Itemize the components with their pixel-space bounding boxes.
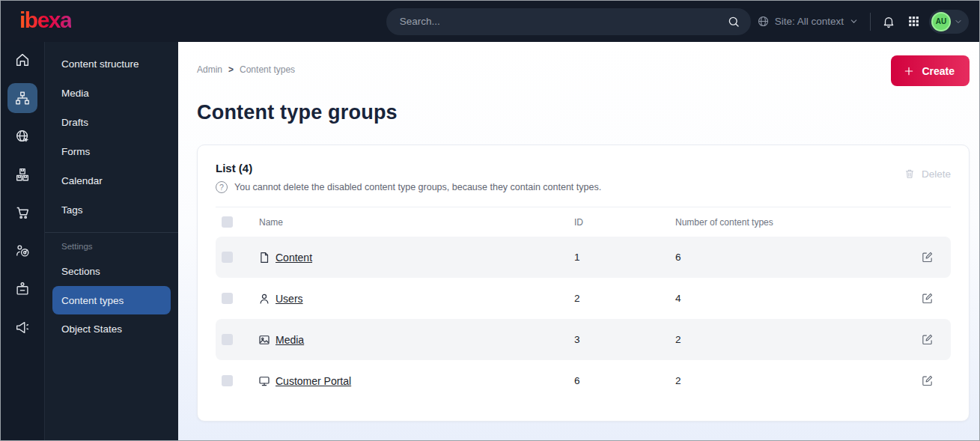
sidebar-item-media[interactable]: Media	[45, 79, 178, 108]
global-search[interactable]	[386, 8, 751, 35]
list-head-left: List (4) ? You cannot delete the disable…	[216, 162, 601, 193]
marketing-target-icon[interactable]	[14, 243, 31, 259]
group-id: 1	[574, 252, 675, 263]
group-name-link[interactable]: Users	[276, 293, 574, 305]
edit-icon[interactable]	[921, 374, 951, 387]
page-title: Content type groups	[197, 101, 970, 124]
globe-icon	[757, 15, 770, 28]
table-row: Content 1 6	[216, 237, 951, 278]
select-all-checkbox[interactable]	[222, 216, 233, 228]
group-id: 6	[574, 375, 675, 386]
table-row: Customer Portal 6 2	[216, 360, 951, 401]
breadcrumb-admin[interactable]: Admin	[197, 64, 222, 75]
group-count: 2	[675, 334, 921, 345]
search-icon[interactable]	[727, 15, 740, 28]
list-card: List (4) ? You cannot delete the disable…	[197, 145, 970, 422]
site-context-label: Site: All context	[775, 16, 844, 27]
sidebar-item-sections[interactable]: Sections	[45, 257, 178, 286]
sidebar-item-tags[interactable]: Tags	[45, 195, 178, 225]
edit-icon[interactable]	[921, 251, 951, 264]
edit-icon[interactable]	[921, 333, 951, 346]
list-card-header: List (4) ? You cannot delete the disable…	[216, 162, 951, 193]
content-type-groups-table: Name ID Number of content types Content …	[216, 207, 951, 401]
create-button[interactable]: Create	[891, 55, 970, 86]
search-input[interactable]	[400, 16, 727, 27]
row-checkbox[interactable]	[222, 375, 233, 386]
group-name-link[interactable]: Content	[276, 252, 574, 264]
plus-icon	[903, 65, 915, 77]
ibexa-logo[interactable]: ibexa	[19, 9, 71, 34]
personalization-badge-icon[interactable]	[14, 281, 31, 297]
column-header-id: ID	[574, 217, 675, 228]
delete-button[interactable]: Delete	[904, 168, 951, 180]
commerce-cart-icon[interactable]	[14, 204, 31, 221]
app-window: ibexa Site: All context	[0, 0, 980, 441]
chevron-down-icon	[849, 16, 859, 26]
group-id: 2	[574, 293, 675, 304]
list-help: ? You cannot delete the disabled content…	[216, 181, 601, 193]
site-globe-icon[interactable]	[14, 128, 31, 145]
group-count: 4	[675, 293, 921, 304]
topbar-right-cluster: Site: All context AU	[757, 10, 969, 34]
table-header-row: Name ID Number of content types	[216, 207, 951, 237]
trash-icon	[904, 168, 916, 180]
row-checkbox[interactable]	[222, 252, 233, 263]
breadcrumb: Admin > Content types	[197, 64, 295, 75]
list-help-text: You cannot delete the disabled content t…	[234, 182, 601, 192]
menu-divider	[45, 232, 178, 233]
notifications-bell-icon[interactable]	[882, 15, 895, 28]
settings-section-label: Settings	[45, 242, 178, 251]
home-icon[interactable]	[14, 52, 31, 68]
side-menu: Content structure Media Drafts Forms Cal…	[44, 42, 178, 440]
site-context-selector[interactable]: Site: All context	[757, 15, 859, 28]
content-structure-icon[interactable]	[7, 83, 37, 113]
main-content: Admin > Content types Create Content typ…	[178, 42, 979, 440]
table-row: Media 3 2	[216, 319, 951, 360]
group-id: 3	[574, 334, 675, 345]
monitor-icon	[246, 374, 276, 388]
sidebar-item-content-types[interactable]: Content types	[52, 286, 171, 314]
topbar-divider	[870, 13, 871, 31]
icon-rail	[1, 42, 44, 440]
app-switcher-grid-icon[interactable]	[907, 15, 920, 28]
group-count: 6	[675, 252, 921, 263]
app-body: Content structure Media Drafts Forms Cal…	[1, 42, 979, 440]
sidebar-item-content-structure[interactable]: Content structure	[45, 49, 178, 79]
user-icon	[246, 292, 276, 305]
chevron-down-icon	[954, 17, 963, 26]
group-count: 2	[675, 375, 921, 386]
image-icon	[246, 333, 276, 347]
row-checkbox[interactable]	[222, 293, 233, 304]
user-menu[interactable]: AU	[929, 10, 969, 34]
sidebar-item-calendar[interactable]: Calendar	[45, 166, 178, 195]
group-name-link[interactable]: Media	[276, 334, 574, 346]
column-header-name: Name	[246, 217, 574, 228]
sidebar-item-forms[interactable]: Forms	[45, 137, 178, 166]
topbar: ibexa Site: All context	[1, 1, 979, 42]
delete-button-label: Delete	[922, 168, 951, 180]
products-boxes-icon[interactable]	[14, 166, 31, 183]
campaign-megaphone-icon[interactable]	[14, 319, 31, 335]
breadcrumb-separator: >	[228, 64, 234, 75]
sidebar-item-drafts[interactable]: Drafts	[45, 108, 178, 137]
create-button-label: Create	[922, 65, 955, 77]
group-name-link[interactable]: Customer Portal	[276, 375, 574, 387]
table-row: Users 2 4	[216, 278, 951, 319]
list-title: List (4)	[216, 162, 601, 174]
sidebar-item-object-states[interactable]: Object States	[45, 314, 178, 344]
row-checkbox[interactable]	[222, 334, 233, 345]
breadcrumb-content-types[interactable]: Content types	[240, 64, 295, 75]
help-question-icon: ?	[216, 181, 228, 193]
edit-icon[interactable]	[921, 292, 951, 305]
main-header: Admin > Content types Create	[197, 55, 970, 86]
column-header-count: Number of content types	[675, 217, 921, 228]
file-icon	[246, 251, 276, 264]
avatar: AU	[931, 12, 951, 31]
